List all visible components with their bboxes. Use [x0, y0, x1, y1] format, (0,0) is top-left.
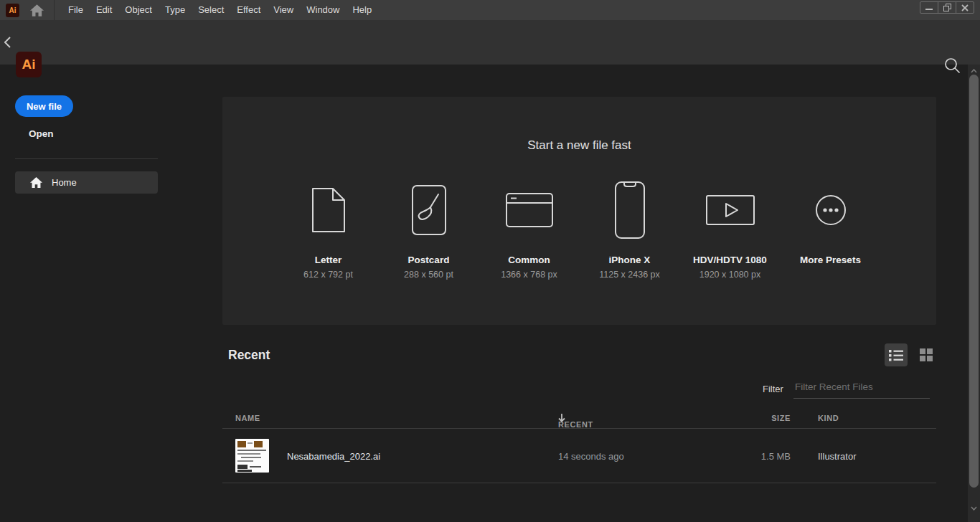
- scrollbar-thumb[interactable]: [969, 75, 979, 488]
- preset-name: Postcard: [408, 255, 450, 265]
- preset-name: Letter: [315, 255, 342, 265]
- document-icon: [312, 181, 345, 239]
- table-row[interactable]: Nesabamedia_2022.ai 14 seconds ago 1.5 M…: [222, 429, 936, 483]
- recent-files-table: NAME RECENT SIZE KIND Nesabamedia_2022.a…: [222, 407, 936, 483]
- home-icon: [30, 177, 42, 188]
- preset-name: Common: [508, 255, 550, 265]
- sidebar-item-label: Home: [52, 177, 77, 188]
- back-icon[interactable]: [4, 36, 14, 49]
- video-play-icon: [706, 181, 755, 239]
- column-header-name[interactable]: NAME: [235, 414, 260, 422]
- preset-dimensions: 612 x 792 pt: [303, 270, 353, 280]
- preset-postcard[interactable]: Postcard 288 x 560 pt: [379, 181, 479, 280]
- start-panel: Start a new file fast Letter 612 x 792 p…: [222, 97, 936, 325]
- menu-bar: File Edit Object Type Select Effect View…: [62, 0, 378, 20]
- sidebar-divider: [15, 158, 158, 159]
- column-header-recent[interactable]: RECENT: [558, 414, 565, 422]
- file-kind: Illustrator: [818, 451, 856, 462]
- titlebar: Ai File Edit Object Type Select Effect V…: [0, 0, 980, 20]
- list-view-icon: [889, 349, 903, 361]
- illustrator-app-icon: Ai: [6, 4, 19, 17]
- list-view-button[interactable]: [885, 343, 908, 366]
- grid-view-icon: [920, 348, 933, 361]
- filter-label: Filter: [763, 384, 783, 399]
- menu-view[interactable]: View: [267, 0, 300, 20]
- preset-more-presets[interactable]: More Presets: [781, 181, 881, 280]
- menu-help[interactable]: Help: [346, 0, 378, 20]
- filter-recent-files-input[interactable]: [793, 379, 930, 399]
- phone-icon: [615, 181, 645, 239]
- restore-button[interactable]: [938, 1, 956, 14]
- preset-dimensions: 1920 x 1080 px: [699, 270, 761, 280]
- menu-select[interactable]: Select: [192, 0, 230, 20]
- recent-section-title: Recent: [228, 348, 270, 363]
- browser-window-icon: [506, 181, 553, 239]
- grid-view-button[interactable]: [918, 346, 935, 364]
- home-icon[interactable]: [30, 4, 44, 16]
- sidebar-item-home[interactable]: Home: [15, 171, 158, 194]
- minimize-button[interactable]: [920, 1, 938, 14]
- menu-window[interactable]: Window: [300, 0, 346, 20]
- preset-iphone-x[interactable]: iPhone X 1125 x 2436 px: [580, 181, 680, 280]
- column-header-size[interactable]: SIZE: [725, 414, 791, 422]
- paintbrush-card-icon: [412, 181, 446, 239]
- file-size: 1.5 MB: [725, 451, 791, 462]
- search-icon[interactable]: [943, 56, 961, 75]
- preset-dimensions: 1366 x 768 px: [501, 270, 557, 280]
- restore-icon: [943, 4, 951, 11]
- preset-dimensions: 1125 x 2436 px: [599, 270, 660, 280]
- menu-effect[interactable]: Effect: [230, 0, 267, 20]
- menu-type[interactable]: Type: [159, 0, 192, 20]
- filter-row: Filter: [763, 379, 936, 399]
- minimize-icon: [925, 4, 933, 11]
- file-name: Nesabamedia_2022.ai: [287, 451, 380, 462]
- preset-name: iPhone X: [609, 255, 651, 265]
- new-file-button[interactable]: New file: [15, 95, 73, 117]
- menu-edit[interactable]: Edit: [90, 0, 118, 20]
- open-button[interactable]: Open: [29, 128, 54, 139]
- window-controls: [920, 1, 974, 14]
- preset-common[interactable]: Common 1366 x 768 px: [479, 181, 580, 280]
- preset-name: More Presets: [800, 255, 861, 265]
- file-thumbnail: [235, 439, 269, 473]
- table-header: NAME RECENT SIZE KIND: [222, 407, 936, 429]
- preset-letter[interactable]: Letter 612 x 792 pt: [278, 181, 379, 280]
- illustrator-logo: Ai: [16, 52, 42, 77]
- preset-hdv-hdtv-1080[interactable]: HDV/HDTV 1080 1920 x 1080 px: [680, 181, 781, 280]
- menu-file[interactable]: File: [62, 0, 90, 20]
- scroll-down-icon[interactable]: [968, 503, 980, 513]
- illustrator-home-screen: Ai File Edit Object Type Select Effect V…: [0, 0, 980, 522]
- preset-row: Letter 612 x 792 pt Postcard 288 x 560 p…: [222, 181, 936, 280]
- column-header-recent-label: RECENT: [558, 420, 593, 429]
- ellipsis-circle-icon: [815, 181, 847, 239]
- start-panel-title: Start a new file fast: [222, 97, 936, 153]
- close-button[interactable]: [956, 1, 974, 14]
- preset-dimensions: 288 x 560 pt: [404, 270, 453, 280]
- file-recent: 14 seconds ago: [558, 451, 624, 462]
- vertical-scrollbar: [968, 65, 980, 522]
- column-header-kind[interactable]: KIND: [818, 414, 839, 422]
- close-icon: [961, 4, 969, 11]
- menu-object[interactable]: Object: [118, 0, 159, 20]
- titlebar-separator: [54, 0, 55, 20]
- preset-name: HDV/HDTV 1080: [693, 255, 767, 265]
- header: Ai: [0, 20, 980, 65]
